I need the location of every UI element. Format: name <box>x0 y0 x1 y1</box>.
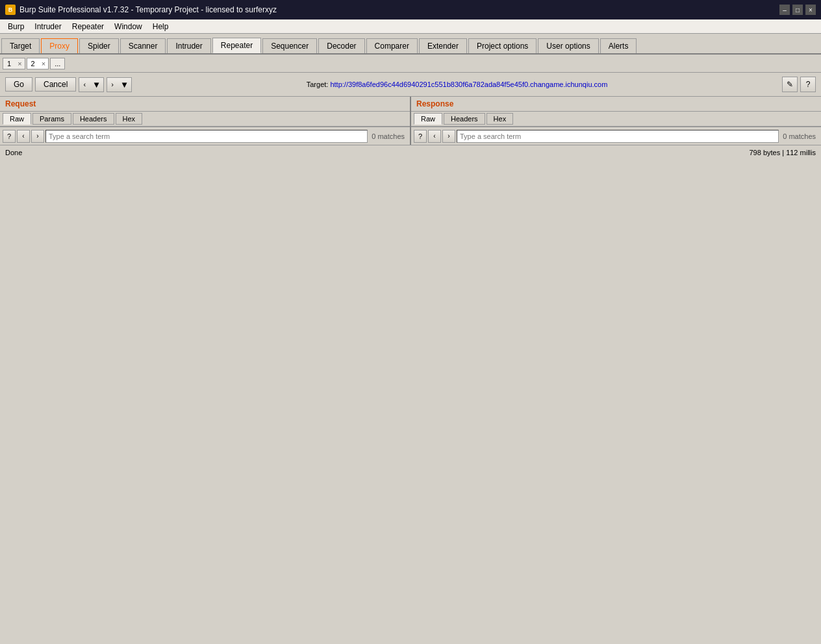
response-inner-tabs: Raw Headers Hex <box>411 112 821 127</box>
go-button[interactable]: Go <box>5 77 32 92</box>
nav-next-button[interactable]: › <box>107 77 118 92</box>
request-tab-raw[interactable]: Raw <box>3 113 31 125</box>
tab-sequencer[interactable]: Sequencer <box>262 38 317 53</box>
request-tab-params[interactable]: Params <box>32 113 71 125</box>
repeater-tab-1-close[interactable]: × <box>15 58 24 69</box>
status-left: Done <box>5 149 22 156</box>
nav-next-group: › ▼ <box>107 77 132 92</box>
nav-prev-group: ‹ ▼ <box>79 77 104 92</box>
request-search-prev[interactable]: ‹ <box>17 130 30 143</box>
repeater-tab-2-close[interactable]: × <box>39 58 48 69</box>
nav-prev-dropdown[interactable]: ▼ <box>90 77 104 92</box>
tab-proxy[interactable]: Proxy <box>41 38 78 53</box>
tab-repeater[interactable]: Repeater <box>212 38 261 53</box>
target-url: http://39f8a6fed96c44d6940291c551b830f6a… <box>330 80 607 88</box>
window-title: Burp Suite Professional v1.7.32 - Tempor… <box>19 5 277 14</box>
tab-intruder[interactable]: Intruder <box>167 38 210 53</box>
request-search-next[interactable]: › <box>31 130 44 143</box>
request-tab-headers[interactable]: Headers <box>73 113 114 125</box>
request-search-help[interactable]: ? <box>3 130 16 143</box>
response-search-input[interactable] <box>457 130 779 143</box>
menu-window[interactable]: Window <box>109 21 147 32</box>
status-right: 798 bytes | 112 millis <box>749 149 816 156</box>
menu-bar: Burp Intruder Repeater Window Help <box>0 19 821 34</box>
tab-decoder[interactable]: Decoder <box>318 38 364 53</box>
tab-comparer[interactable]: Comparer <box>366 38 418 53</box>
tab-extender[interactable]: Extender <box>419 38 467 53</box>
request-inner-tabs: Raw Params Headers Hex <box>0 112 410 127</box>
request-panel: Request Raw Params Headers Hex GET /Chal… <box>0 97 411 145</box>
app-icon: B <box>5 5 16 15</box>
nav-prev-button[interactable]: ‹ <box>79 77 90 92</box>
response-search-help[interactable]: ? <box>414 130 427 143</box>
repeater-tab-1[interactable]: 1 × <box>3 58 25 69</box>
response-search-prev[interactable]: ‹ <box>428 130 441 143</box>
response-search-matches: 0 matches <box>780 132 818 140</box>
close-button[interactable]: × <box>805 5 816 15</box>
menu-burp[interactable]: Burp <box>3 21 29 32</box>
response-search-bar: ? ‹ › 0 matches <box>411 127 821 145</box>
repeater-tab-1-label[interactable]: 1 <box>3 58 15 69</box>
target-help-button[interactable]: ? <box>800 77 816 92</box>
nav-next-dropdown[interactable]: ▼ <box>118 77 132 92</box>
repeater-tab-more[interactable]: ... <box>50 58 65 69</box>
response-search-next[interactable]: › <box>442 130 455 143</box>
cancel-button[interactable]: Cancel <box>35 77 76 92</box>
title-bar: B Burp Suite Professional v1.7.32 - Temp… <box>0 0 821 19</box>
tab-project-options[interactable]: Project options <box>468 38 537 53</box>
request-search-bar: ? ‹ › 0 matches <box>0 127 410 145</box>
response-tab-hex[interactable]: Hex <box>486 113 514 125</box>
tab-target[interactable]: Target <box>1 38 40 53</box>
tab-user-options[interactable]: User options <box>538 38 598 53</box>
request-search-input[interactable] <box>45 130 368 143</box>
status-bar: Done 798 bytes | 112 millis <box>0 145 821 159</box>
minimize-button[interactable]: – <box>779 5 790 15</box>
response-tab-headers[interactable]: Headers <box>444 113 485 125</box>
request-tab-hex[interactable]: Hex <box>116 113 143 125</box>
tab-spider[interactable]: Spider <box>79 38 119 53</box>
tab-alerts[interactable]: Alerts <box>600 38 637 53</box>
menu-intruder[interactable]: Intruder <box>29 21 66 32</box>
repeater-tab-bar: 1 × 2 × ... <box>0 55 821 73</box>
main-tab-bar: Target Proxy Spider Scanner Intruder Rep… <box>0 34 821 55</box>
repeater-tab-2-label[interactable]: 2 <box>27 58 39 69</box>
repeater-tab-2[interactable]: 2 × <box>27 58 49 69</box>
menu-help[interactable]: Help <box>147 21 174 32</box>
toolbar: Go Cancel ‹ ▼ › ▼ Target: http://39f8a6f… <box>0 73 821 97</box>
target-display: Target: http://39f8a6fed96c44d6940291c55… <box>134 80 779 88</box>
edit-target-button[interactable]: ✎ <box>782 77 798 92</box>
request-header: Request <box>0 97 410 112</box>
response-tab-raw[interactable]: Raw <box>414 113 442 125</box>
maximize-button[interactable]: □ <box>792 5 803 15</box>
panels-container: Request Raw Params Headers Hex GET /Chal… <box>0 97 821 145</box>
tab-scanner[interactable]: Scanner <box>120 38 166 53</box>
response-panel: Response Raw Headers Hex HTTP/1.1 200 OK… <box>411 97 821 145</box>
response-header: Response <box>411 97 821 112</box>
target-prefix: Target: <box>307 80 331 88</box>
menu-repeater[interactable]: Repeater <box>67 21 109 32</box>
request-search-matches: 0 matches <box>369 132 407 140</box>
